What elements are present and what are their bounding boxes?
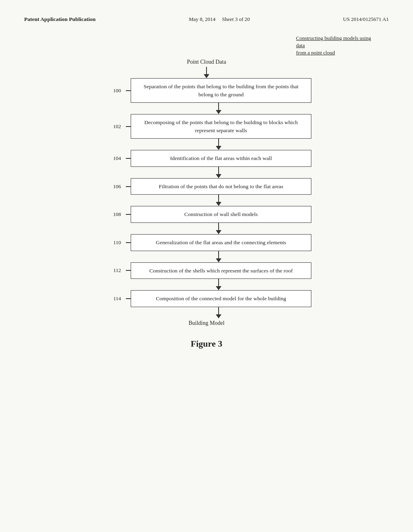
flow-step-106: 106 Filtration of the points that do not… <box>102 178 311 195</box>
step-label-102: 102 <box>102 123 126 130</box>
page: Patent Application Publication May 8, 20… <box>0 0 413 532</box>
arrow-end <box>216 307 221 318</box>
step-box-102: Decomposing of the points that belong to… <box>131 114 311 139</box>
step-connector-110 <box>126 242 131 243</box>
flow-step-100: 100 Separation of the points that belong… <box>102 78 311 103</box>
arrow-4 <box>216 195 221 206</box>
figure-caption: Figure 3 <box>24 339 389 349</box>
arrow-7 <box>216 279 221 290</box>
step-connector-104 <box>126 158 131 159</box>
step-connector-106 <box>126 186 131 187</box>
header-center: May 8, 2014 Sheet 3 of 20 <box>189 16 250 23</box>
step-label-112: 112 <box>102 267 126 274</box>
diagram-area: Constructing building models using dataf… <box>24 35 389 326</box>
header-left: Patent Application Publication <box>24 16 96 23</box>
arrow-5 <box>216 223 221 234</box>
arrow-6 <box>216 251 221 262</box>
title-annotation: Constructing building models using dataf… <box>296 35 377 57</box>
step-box-100: Separation of the points that belong to … <box>131 78 311 103</box>
step-label-108: 108 <box>102 211 126 218</box>
flowchart: Point Cloud Data 100 Separation of the p… <box>24 59 389 326</box>
header-date: May 8, 2014 <box>189 16 215 22</box>
flow-step-110: 110 Generalization of the flat areas and… <box>102 234 311 251</box>
start-label: Point Cloud Data <box>187 59 226 65</box>
step-box-114: Composition of the connected model for t… <box>131 290 311 307</box>
step-connector-102 <box>126 126 131 127</box>
step-box-104: Identification of the flat areas within … <box>131 150 311 167</box>
step-label-106: 106 <box>102 183 126 190</box>
step-label-114: 114 <box>102 295 126 302</box>
step-label-104: 104 <box>102 155 126 162</box>
step-connector-108 <box>126 214 131 215</box>
flow-step-114: 114 Composition of the connected model f… <box>102 290 311 307</box>
end-label: Building Model <box>188 320 224 326</box>
step-box-108: Construction of wall shell models <box>131 206 311 223</box>
flow-step-104: 104 Identification of the flat areas wit… <box>102 150 311 167</box>
arrow-start <box>204 67 209 78</box>
step-box-110: Generalization of the flat areas and the… <box>131 234 311 251</box>
page-header: Patent Application Publication May 8, 20… <box>24 16 389 23</box>
arrow-1 <box>216 103 221 114</box>
flow-step-102: 102 Decomposing of the points that belon… <box>102 114 311 139</box>
step-label-100: 100 <box>102 87 126 94</box>
step-connector-100 <box>126 90 131 91</box>
header-patent: US 2014/0125671 A1 <box>343 16 389 23</box>
arrow-2 <box>216 139 221 150</box>
flow-step-112: 112 Construction of the shells which rep… <box>102 262 311 279</box>
step-connector-114 <box>126 298 131 299</box>
arrow-3 <box>216 167 221 178</box>
step-connector-112 <box>126 270 131 271</box>
header-sheet: Sheet 3 of 20 <box>222 16 250 22</box>
step-box-106: Filtration of the points that do not bel… <box>131 178 311 195</box>
flow-step-108: 108 Construction of wall shell models <box>102 206 311 223</box>
step-label-110: 110 <box>102 239 126 246</box>
step-box-112: Construction of the shells which represe… <box>131 262 311 279</box>
